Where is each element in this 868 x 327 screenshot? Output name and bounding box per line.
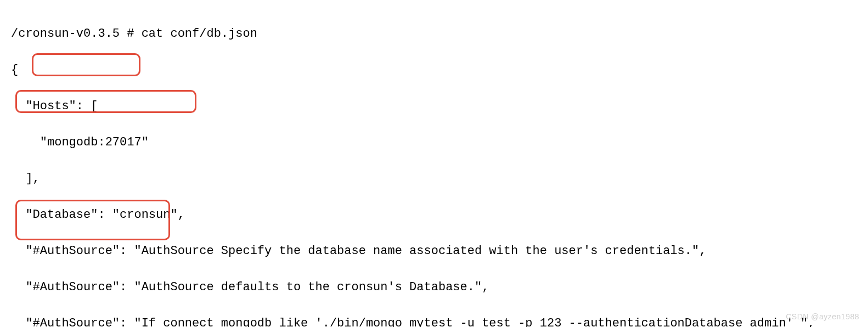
json-hosts-close: ], [11, 170, 857, 188]
json-hosts-value: "mongodb:27017" [11, 133, 857, 151]
watermark-text: CSDN @ayzen1988 [786, 311, 859, 323]
prompt-line-1: /cronsun-v0.3.5 # cat conf/db.json [11, 25, 857, 43]
json-database: "Database": "cronsun", [11, 206, 857, 224]
json-open-brace: { [11, 61, 857, 79]
json-authsource-3: "#AuthSource": "If connect mongodb like … [11, 314, 857, 327]
json-authsource-1: "#AuthSource": "AuthSource Specify the d… [11, 242, 857, 260]
json-authsource-2: "#AuthSource": "AuthSource defaults to t… [11, 278, 857, 296]
terminal-output: /cronsun-v0.3.5 # cat conf/db.json { "Ho… [11, 7, 857, 327]
json-hosts-key: "Hosts": [ [11, 97, 857, 115]
